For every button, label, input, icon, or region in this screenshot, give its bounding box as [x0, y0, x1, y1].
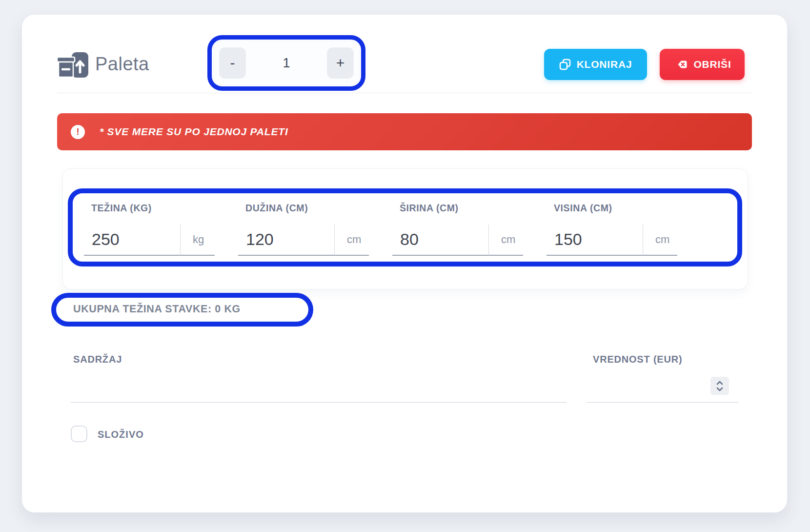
sirina-unit: cm: [488, 225, 523, 256]
delete-button-label: OBRIŠI: [693, 59, 731, 70]
field-sirina: ŠIRINA (CM) 80 cm: [392, 203, 547, 256]
slozivo-checkbox[interactable]: [71, 426, 87, 442]
duzina-input[interactable]: 120: [238, 225, 334, 256]
clone-button[interactable]: KLONIRAJ: [544, 49, 647, 80]
tezina-input[interactable]: 250: [84, 225, 180, 256]
quantity-value: 1: [283, 56, 290, 71]
slozivo-label: SLOŽIVO: [98, 429, 144, 440]
field-duzina: DUŽINA (CM) 120 cm: [238, 203, 392, 256]
vrednost-spinner[interactable]: [710, 377, 729, 395]
total-weight-text: UKUPNA TEŽINA STAVKE: 0 KG: [73, 303, 241, 315]
alert-banner: ! * SVE MERE SU PO JEDNOJ PALETI: [57, 113, 752, 150]
quantity-stepper: - 1 +: [213, 41, 360, 85]
duzina-unit: cm: [334, 225, 369, 256]
pallet-card: Paleta - 1 + KLONIRAJ OBRIŠI !: [22, 15, 787, 512]
tezina-unit: kg: [180, 225, 215, 256]
page: Paleta - 1 + KLONIRAJ OBRIŠI !: [0, 0, 810, 532]
delete-button[interactable]: OBRIŠI: [660, 49, 745, 80]
alert-text: * SVE MERE SU PO JEDNOJ PALETI: [100, 126, 288, 138]
field-tezina: TEŽINA (KG) 250 kg: [84, 203, 238, 256]
pallet-box-icon: [57, 52, 89, 78]
vrednost-input[interactable]: [587, 376, 738, 403]
visina-input[interactable]: 150: [547, 225, 643, 256]
copy-icon: [559, 59, 571, 70]
up-down-chevrons-icon: [715, 380, 725, 392]
field-visina: VISINA (CM) 150 cm: [547, 203, 701, 256]
page-title: Paleta: [95, 54, 149, 75]
clone-button-label: KLONIRAJ: [577, 59, 632, 70]
exclamation-icon: !: [71, 125, 85, 139]
visina-unit: cm: [643, 225, 677, 256]
quantity-decrement-button[interactable]: -: [219, 47, 246, 79]
sadrzaj-label: SADRŽAJ: [73, 354, 122, 365]
header-divider: [57, 93, 752, 93]
field-label: VISINA (CM): [554, 203, 701, 214]
field-label: TEŽINA (KG): [91, 203, 238, 214]
backspace-icon: [673, 59, 688, 70]
dimension-fields: TEŽINA (KG) 250 kg DUŽINA (CM) 120 cm ŠI…: [84, 203, 701, 256]
vrednost-label: VREDNOST (EUR): [593, 354, 682, 365]
quantity-increment-button[interactable]: +: [327, 47, 354, 79]
sirina-input[interactable]: 80: [392, 225, 488, 256]
field-label: DUŽINA (CM): [245, 203, 392, 214]
sadrzaj-input[interactable]: [71, 376, 567, 403]
field-label: ŠIRINA (CM): [400, 203, 547, 214]
